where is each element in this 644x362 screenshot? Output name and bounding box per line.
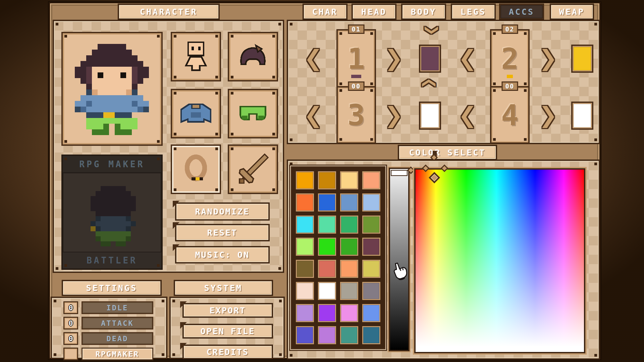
selector2-next-button[interactable]: ❯ xyxy=(538,45,558,72)
selector1-number: 1 xyxy=(338,31,375,87)
corner-screw-icon xyxy=(231,35,233,38)
tab-body[interactable]: BODY xyxy=(401,4,446,19)
value-slider-handle[interactable] xyxy=(391,170,408,176)
selector1-badge: 01 xyxy=(348,24,365,34)
palette-swatch[interactable] xyxy=(296,193,314,212)
palette-swatch[interactable] xyxy=(296,326,314,344)
slot-legs-pants[interactable] xyxy=(228,89,278,138)
idle-checkbox[interactable]: 0 xyxy=(63,301,78,314)
randomize-button[interactable]: RANDOMIZE xyxy=(175,203,269,220)
palette-swatch[interactable] xyxy=(296,282,314,300)
palette-swatch[interactable] xyxy=(362,260,380,278)
selector4-next-button[interactable]: ❯ xyxy=(538,102,558,129)
reset-button[interactable]: RESET xyxy=(175,224,269,241)
hand-cursor-icon xyxy=(389,261,411,284)
tab-accs[interactable]: ACCS xyxy=(499,4,544,19)
corner-screw-icon xyxy=(172,353,175,356)
corner-screw-icon xyxy=(272,92,275,95)
palette-swatch[interactable] xyxy=(318,326,336,344)
selector1-tick xyxy=(351,75,361,78)
tab-head[interactable]: HEAD xyxy=(352,4,396,19)
palette-swatch[interactable] xyxy=(340,304,358,322)
dead-checkbox[interactable]: 0 xyxy=(63,332,78,345)
ring-icon xyxy=(182,154,210,185)
palette-swatch[interactable] xyxy=(318,193,336,212)
corner-screw-icon xyxy=(594,163,597,165)
export-button[interactable]: EXPORT xyxy=(183,303,273,317)
palette-swatch[interactable] xyxy=(318,238,336,256)
selector4-prev-button[interactable]: ❮ xyxy=(457,102,478,129)
dead-option[interactable]: DEAD xyxy=(82,332,153,345)
attack-option[interactable]: ATTACK xyxy=(82,317,153,329)
hue-saturation-gradient[interactable] xyxy=(414,168,585,353)
palette-swatch[interactable] xyxy=(318,260,336,278)
selector3-prev-button[interactable]: ❮ xyxy=(303,102,324,129)
palette-swatch[interactable] xyxy=(318,304,336,322)
corner-screw-icon xyxy=(493,89,496,92)
music-toggle-button[interactable]: MUSIC: ON xyxy=(175,246,269,263)
selector1-frame: 01 1 xyxy=(336,29,376,88)
selector2-color-swatch[interactable] xyxy=(571,45,593,73)
slot-weap-sword[interactable] xyxy=(228,144,278,194)
palette-swatch[interactable] xyxy=(362,304,380,322)
rpgmaker-checkbox[interactable] xyxy=(63,348,78,360)
palette-swatch[interactable] xyxy=(362,282,380,300)
selector1-color-up-button[interactable]: ❮ xyxy=(422,21,438,39)
tab-legs[interactable]: LEGS xyxy=(451,4,495,19)
corner-screw-icon xyxy=(524,32,527,35)
corner-screw-icon xyxy=(290,163,292,165)
selector1-next-button[interactable]: ❯ xyxy=(383,45,404,72)
body-icon xyxy=(181,40,210,73)
corner-screw-icon xyxy=(493,82,496,85)
tab-char[interactable]: CHAR xyxy=(303,4,347,19)
attack-checkbox[interactable]: 0 xyxy=(63,317,78,329)
system-title-plate: SYSTEM xyxy=(174,280,273,296)
selector4-color-swatch[interactable] xyxy=(571,102,593,130)
slot-body-shirt[interactable] xyxy=(171,89,221,138)
palette-swatch[interactable] xyxy=(362,238,380,256)
selector1-color-down-button[interactable]: ❮ xyxy=(422,74,438,92)
palette-swatch[interactable] xyxy=(318,171,336,189)
selector3-frame: 00 3 xyxy=(336,86,376,144)
open-file-button[interactable]: OPEN FILE xyxy=(183,324,273,338)
palette-swatch[interactable] xyxy=(362,216,380,234)
palette-swatch[interactable] xyxy=(296,238,314,256)
corner-screw-icon xyxy=(54,353,56,356)
selector3-color-swatch[interactable] xyxy=(419,102,441,130)
value-slider[interactable] xyxy=(389,168,410,351)
palette-swatch[interactable] xyxy=(296,260,314,278)
idle-option[interactable]: IDLE xyxy=(82,301,153,314)
rpg-maker-label: RPG MAKER xyxy=(63,156,161,173)
palette-swatch[interactable] xyxy=(340,238,358,256)
palette-swatch[interactable] xyxy=(340,193,358,212)
palette-swatch[interactable] xyxy=(340,216,358,234)
palette-swatch[interactable] xyxy=(296,304,314,322)
palette-swatch[interactable] xyxy=(296,216,314,234)
selector1-color-swatch[interactable] xyxy=(419,45,441,73)
slot-head-hair[interactable] xyxy=(228,32,278,81)
selector1-prev-button[interactable]: ❮ xyxy=(303,45,324,72)
palette-swatch[interactable] xyxy=(362,171,380,189)
palette-swatch[interactable] xyxy=(318,216,336,234)
palette-swatch[interactable] xyxy=(318,282,336,300)
slot-char-body[interactable] xyxy=(171,32,221,81)
slot-accs-ring[interactable] xyxy=(171,144,221,194)
color-select-title-plate: COLOR SELECT xyxy=(398,145,497,160)
palette-swatch[interactable] xyxy=(296,171,314,189)
selector2-prev-button[interactable]: ❮ xyxy=(457,45,478,72)
palette-swatch[interactable] xyxy=(362,193,380,212)
selector3-next-button[interactable]: ❯ xyxy=(383,102,404,129)
palette-swatch[interactable] xyxy=(340,326,358,344)
palette-swatch[interactable] xyxy=(340,282,358,300)
rpgmaker-option[interactable]: RPGMAKER xyxy=(82,348,153,360)
selector2-badge: 02 xyxy=(502,24,518,34)
palette-swatch[interactable] xyxy=(340,260,358,278)
credits-button[interactable]: CREDITS xyxy=(183,345,273,359)
palette-swatch[interactable] xyxy=(340,171,358,189)
hair-icon xyxy=(236,44,270,70)
palette-swatch[interactable] xyxy=(362,326,380,344)
corner-screw-icon xyxy=(64,140,67,143)
corner-screw-icon xyxy=(339,138,342,141)
tab-weap[interactable]: WEAP xyxy=(550,4,594,19)
character-preview xyxy=(61,32,163,146)
